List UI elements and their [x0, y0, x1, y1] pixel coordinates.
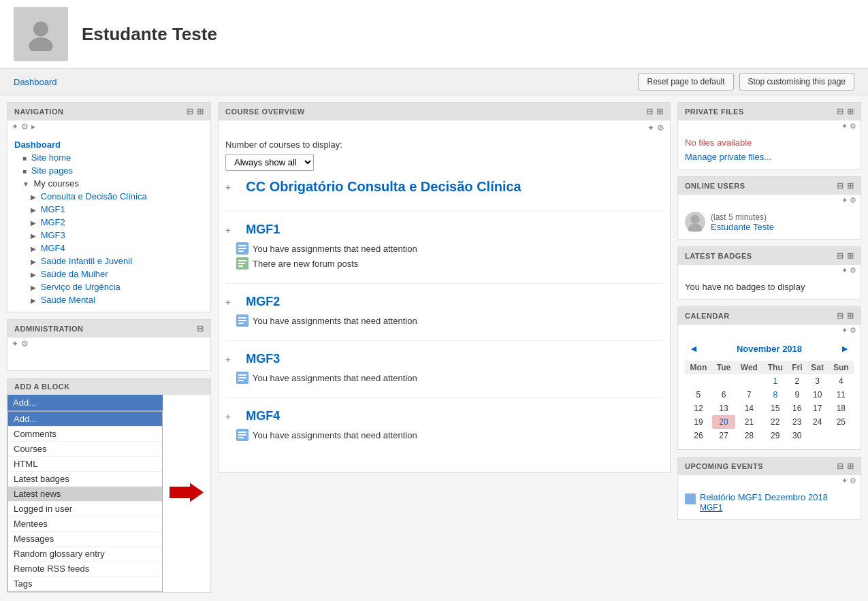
calendar-day[interactable]: 1: [763, 374, 788, 388]
pf-move-icon[interactable]: ✦: [841, 122, 848, 131]
lb-icon2[interactable]: ⊞: [847, 251, 854, 261]
calendar-next-btn[interactable]: ►: [836, 342, 854, 355]
nav-move-icon[interactable]: ✦: [12, 122, 18, 131]
ue-icon2[interactable]: ⊞: [847, 461, 854, 471]
block-item-remote-rss[interactable]: Remote RSS feeds: [8, 562, 162, 576]
ue-icon1[interactable]: ⊟: [837, 461, 844, 471]
calendar-day[interactable]: 17: [807, 402, 829, 415]
calendar-day[interactable]: 3: [807, 374, 829, 388]
course-expand-3[interactable]: +: [225, 354, 231, 365]
calendar-day[interactable]: 25: [829, 415, 854, 429]
calendar-day[interactable]: 21: [735, 415, 762, 429]
calendar-day[interactable]: 22: [763, 415, 788, 429]
nav-link-course9[interactable]: Saúde Mental: [41, 295, 95, 305]
calendar-day[interactable]: 9: [788, 388, 807, 402]
calendar-today[interactable]: 20: [712, 415, 735, 429]
cal-move-icon[interactable]: ✦: [841, 326, 848, 335]
courses-select[interactable]: Always show all: [225, 154, 314, 171]
nav-link-course6[interactable]: Saúde Infantil e Juvenil: [41, 256, 132, 266]
calendar-day[interactable]: 7: [735, 388, 762, 402]
lb-move-icon[interactable]: ✦: [841, 266, 848, 275]
calendar-day[interactable]: 14: [735, 402, 762, 415]
course-link-2[interactable]: MGF2: [246, 295, 280, 309]
calendar-day[interactable]: 23: [788, 415, 807, 429]
event-sub-link-0[interactable]: MGF1: [700, 503, 722, 513]
nav-link-site-pages[interactable]: Site pages: [31, 165, 73, 176]
calendar-day[interactable]: 12: [685, 402, 712, 415]
course-expand-1[interactable]: +: [225, 225, 231, 235]
calendar-day-link[interactable]: 20: [719, 417, 728, 427]
course-expand-0[interactable]: +: [225, 182, 231, 193]
ue-move-icon[interactable]: ✦: [841, 476, 848, 485]
nav-link-site-home[interactable]: Site home: [31, 152, 71, 163]
calendar-day[interactable]: 10: [807, 388, 829, 402]
block-item-comments[interactable]: Comments: [8, 427, 162, 442]
block-item-mentees[interactable]: Mentees: [8, 517, 162, 532]
ou-icon1[interactable]: ⊟: [837, 181, 844, 191]
co-move-icon[interactable]: ✦: [647, 123, 654, 133]
add-block-dropdown-label[interactable]: Add...: [13, 397, 36, 408]
nav-gear-icon[interactable]: ⚙: [21, 122, 29, 131]
course-link-4[interactable]: MGF4: [246, 409, 280, 423]
admin-gear-icon[interactable]: ⚙: [21, 339, 29, 348]
block-item-html[interactable]: HTML: [8, 457, 162, 472]
calendar-day[interactable]: 8: [763, 388, 788, 402]
calendar-day[interactable]: 13: [712, 402, 735, 415]
pf-gear-icon[interactable]: ⚙: [850, 122, 856, 131]
cal-icon2[interactable]: ⊞: [847, 311, 854, 321]
calendar-day[interactable]: 16: [788, 402, 807, 415]
admin-icon1[interactable]: ⊟: [197, 324, 204, 334]
calendar-day[interactable]: 2: [788, 374, 807, 388]
co-icon2[interactable]: ⊞: [656, 107, 664, 116]
calendar-day[interactable]: 11: [829, 388, 854, 402]
pf-icon2[interactable]: ⊞: [847, 107, 854, 116]
block-item-random-glossary[interactable]: Random glossary entry: [8, 547, 162, 562]
course-expand-4[interactable]: +: [225, 411, 231, 422]
course-expand-2[interactable]: +: [225, 297, 231, 308]
calendar-day[interactable]: 5: [685, 388, 712, 402]
ou-gear-icon[interactable]: ⚙: [850, 196, 856, 205]
nav-link-dashboard[interactable]: Dashboard: [14, 140, 61, 150]
calendar-day[interactable]: 15: [763, 402, 788, 415]
stop-customising-button[interactable]: Stop customising this page: [739, 73, 854, 91]
cal-gear-icon[interactable]: ⚙: [850, 326, 856, 335]
online-user-link[interactable]: Estudante Teste: [711, 222, 774, 232]
block-item-messages[interactable]: Messages: [8, 532, 162, 547]
block-item-courses[interactable]: Courses: [8, 442, 162, 457]
block-item-latest-news[interactable]: Latest news: [8, 487, 162, 502]
lb-gear-icon[interactable]: ⚙: [850, 266, 856, 275]
admin-move-icon[interactable]: ✦: [12, 339, 18, 348]
calendar-day[interactable]: 4: [829, 374, 854, 388]
event-link-0[interactable]: Relatório MGF1 Dezembro 2018: [700, 492, 828, 502]
course-link-0[interactable]: CC Obrigatório Consulta e Decisão Clínic…: [246, 179, 521, 195]
nav-link-course8[interactable]: Serviço de Urgência: [41, 282, 120, 292]
lb-icon1[interactable]: ⊟: [837, 251, 844, 261]
block-item-tags[interactable]: Tags: [8, 576, 162, 591]
calendar-day[interactable]: 19: [685, 415, 712, 429]
ue-gear-icon[interactable]: ⚙: [850, 476, 856, 485]
block-item-logged-in-user[interactable]: Logged in user: [8, 502, 162, 517]
nav-link-course3[interactable]: MGF2: [41, 217, 65, 227]
pf-icon1[interactable]: ⊟: [837, 107, 844, 116]
nav-link-course5[interactable]: MGF4: [41, 243, 65, 253]
calendar-day[interactable]: 24: [807, 415, 829, 429]
block-item-latest-badges[interactable]: Latest badges: [8, 472, 162, 487]
nav-link-course4[interactable]: MGF3: [41, 230, 65, 240]
manage-files-link[interactable]: Manage private files...: [685, 152, 771, 162]
calendar-day[interactable]: 30: [788, 429, 807, 442]
nav-link-course2[interactable]: MGF1: [41, 204, 65, 214]
calendar-day[interactable]: 6: [712, 388, 735, 402]
dashboard-breadcrumb[interactable]: Dashboard: [14, 77, 57, 87]
nav-link-course7[interactable]: Saúde da Mulher: [41, 269, 108, 279]
calendar-day[interactable]: 28: [735, 429, 762, 442]
calendar-day[interactable]: 29: [763, 429, 788, 442]
co-gear-icon[interactable]: ⚙: [657, 123, 664, 133]
cal-icon1[interactable]: ⊟: [837, 311, 844, 321]
ou-move-icon[interactable]: ✦: [841, 196, 848, 205]
calendar-day-link[interactable]: 1: [773, 376, 777, 386]
co-icon1[interactable]: ⊟: [646, 107, 654, 116]
course-link-1[interactable]: MGF1: [246, 223, 280, 237]
nav-icon2[interactable]: ⊞: [197, 107, 204, 116]
calendar-day-link[interactable]: 8: [773, 390, 777, 400]
calendar-prev-btn[interactable]: ◄: [685, 342, 703, 355]
